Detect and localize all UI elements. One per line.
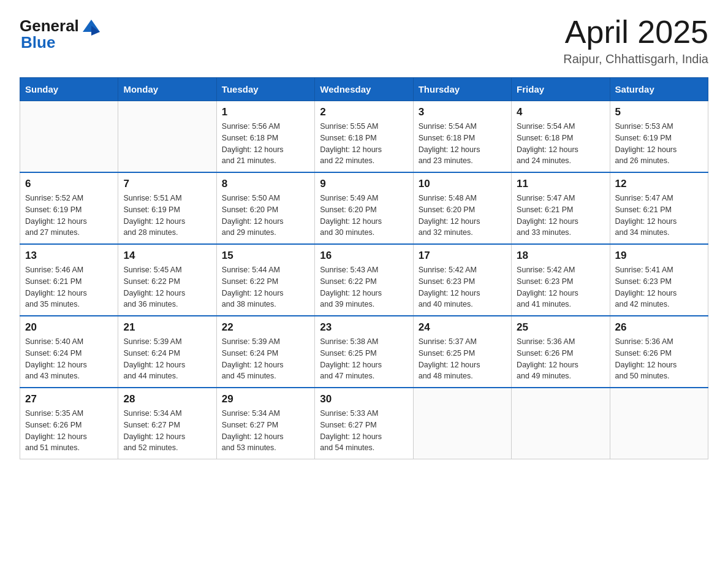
calendar-cell: 28Sunrise: 5:34 AMSunset: 6:27 PMDayligh…	[118, 388, 216, 459]
day-info: Sunrise: 5:44 AMSunset: 6:22 PMDaylight:…	[222, 264, 309, 310]
day-number: 29	[222, 393, 309, 405]
calendar-table: SundayMondayTuesdayWednesdayThursdayFrid…	[20, 77, 708, 459]
day-number: 3	[419, 106, 506, 118]
day-number: 7	[123, 178, 211, 190]
day-info: Sunrise: 5:48 AMSunset: 6:20 PMDaylight:…	[419, 193, 506, 239]
day-info: Sunrise: 5:34 AMSunset: 6:27 PMDaylight:…	[123, 408, 211, 454]
day-info: Sunrise: 5:47 AMSunset: 6:21 PMDaylight:…	[615, 193, 703, 239]
day-number: 20	[25, 321, 113, 334]
calendar-cell: 11Sunrise: 5:47 AMSunset: 6:21 PMDayligh…	[512, 172, 610, 244]
column-header-tuesday: Tuesday	[216, 78, 314, 101]
day-info: Sunrise: 5:39 AMSunset: 6:24 PMDaylight:…	[123, 336, 211, 382]
calendar-cell: 2Sunrise: 5:55 AMSunset: 6:18 PMDaylight…	[315, 101, 413, 173]
day-info: Sunrise: 5:50 AMSunset: 6:20 PMDaylight:…	[222, 193, 309, 239]
day-number: 1	[222, 106, 309, 118]
day-number: 8	[222, 178, 309, 190]
day-number: 22	[222, 321, 309, 334]
calendar-cell: 14Sunrise: 5:45 AMSunset: 6:22 PMDayligh…	[118, 244, 216, 316]
day-info: Sunrise: 5:34 AMSunset: 6:27 PMDaylight:…	[222, 408, 309, 454]
day-info: Sunrise: 5:45 AMSunset: 6:22 PMDaylight:…	[123, 264, 211, 310]
day-number: 28	[123, 393, 211, 405]
header-row: SundayMondayTuesdayWednesdayThursdayFrid…	[20, 78, 708, 101]
calendar-cell: 25Sunrise: 5:36 AMSunset: 6:26 PMDayligh…	[512, 316, 610, 388]
calendar-cell: 9Sunrise: 5:49 AMSunset: 6:20 PMDaylight…	[315, 172, 413, 244]
calendar-cell	[413, 388, 511, 459]
title-block: April 2025 Raipur, Chhattisgarh, India	[563, 15, 708, 66]
calendar-week-row: 20Sunrise: 5:40 AMSunset: 6:24 PMDayligh…	[20, 316, 708, 388]
calendar-cell: 27Sunrise: 5:35 AMSunset: 6:26 PMDayligh…	[20, 388, 118, 459]
day-info: Sunrise: 5:43 AMSunset: 6:22 PMDaylight:…	[320, 264, 408, 310]
column-header-monday: Monday	[118, 78, 216, 101]
calendar-cell: 3Sunrise: 5:54 AMSunset: 6:18 PMDaylight…	[413, 101, 511, 173]
calendar-cell: 5Sunrise: 5:53 AMSunset: 6:19 PMDaylight…	[610, 101, 708, 173]
day-info: Sunrise: 5:53 AMSunset: 6:19 PMDaylight:…	[615, 121, 703, 167]
calendar-cell: 17Sunrise: 5:42 AMSunset: 6:23 PMDayligh…	[413, 244, 511, 316]
day-info: Sunrise: 5:33 AMSunset: 6:27 PMDaylight:…	[320, 408, 408, 454]
location-subtitle: Raipur, Chhattisgarh, India	[563, 52, 708, 66]
calendar-cell: 22Sunrise: 5:39 AMSunset: 6:24 PMDayligh…	[216, 316, 314, 388]
day-number: 26	[615, 321, 703, 334]
calendar-cell: 4Sunrise: 5:54 AMSunset: 6:18 PMDaylight…	[512, 101, 610, 173]
logo-text-general: General	[20, 17, 79, 36]
calendar-body: 1Sunrise: 5:56 AMSunset: 6:18 PMDaylight…	[20, 101, 708, 459]
day-number: 19	[615, 250, 703, 262]
calendar-header: SundayMondayTuesdayWednesdayThursdayFrid…	[20, 78, 708, 101]
day-info: Sunrise: 5:35 AMSunset: 6:26 PMDaylight:…	[25, 408, 113, 454]
logo-text-blue: Blue	[21, 33, 55, 52]
column-header-saturday: Saturday	[610, 78, 708, 101]
calendar-cell: 21Sunrise: 5:39 AMSunset: 6:24 PMDayligh…	[118, 316, 216, 388]
day-number: 27	[25, 393, 113, 405]
day-number: 6	[25, 178, 113, 190]
calendar-cell: 23Sunrise: 5:38 AMSunset: 6:25 PMDayligh…	[315, 316, 413, 388]
day-number: 16	[320, 250, 408, 262]
day-info: Sunrise: 5:36 AMSunset: 6:26 PMDaylight:…	[615, 336, 703, 382]
day-info: Sunrise: 5:52 AMSunset: 6:19 PMDaylight:…	[25, 193, 113, 239]
day-info: Sunrise: 5:37 AMSunset: 6:25 PMDaylight:…	[419, 336, 506, 382]
calendar-week-row: 6Sunrise: 5:52 AMSunset: 6:19 PMDaylight…	[20, 172, 708, 244]
day-number: 2	[320, 106, 408, 118]
day-number: 24	[419, 321, 506, 334]
day-info: Sunrise: 5:51 AMSunset: 6:19 PMDaylight:…	[123, 193, 211, 239]
calendar-week-row: 13Sunrise: 5:46 AMSunset: 6:21 PMDayligh…	[20, 244, 708, 316]
column-header-wednesday: Wednesday	[315, 78, 413, 101]
day-info: Sunrise: 5:42 AMSunset: 6:23 PMDaylight:…	[419, 264, 506, 310]
day-info: Sunrise: 5:47 AMSunset: 6:21 PMDaylight:…	[517, 193, 604, 239]
page-header: General Blue April 2025 Raipur, Chhattis…	[20, 15, 708, 66]
calendar-week-row: 1Sunrise: 5:56 AMSunset: 6:18 PMDaylight…	[20, 101, 708, 173]
column-header-sunday: Sunday	[20, 78, 118, 101]
day-number: 9	[320, 178, 408, 190]
calendar-cell	[512, 388, 610, 459]
day-info: Sunrise: 5:42 AMSunset: 6:23 PMDaylight:…	[517, 264, 604, 310]
calendar-cell: 7Sunrise: 5:51 AMSunset: 6:19 PMDaylight…	[118, 172, 216, 244]
calendar-cell: 16Sunrise: 5:43 AMSunset: 6:22 PMDayligh…	[315, 244, 413, 316]
day-number: 23	[320, 321, 408, 334]
day-number: 12	[615, 178, 703, 190]
calendar-cell: 13Sunrise: 5:46 AMSunset: 6:21 PMDayligh…	[20, 244, 118, 316]
day-info: Sunrise: 5:36 AMSunset: 6:26 PMDaylight:…	[517, 336, 604, 382]
calendar-week-row: 27Sunrise: 5:35 AMSunset: 6:26 PMDayligh…	[20, 388, 708, 459]
day-number: 21	[123, 321, 211, 334]
day-info: Sunrise: 5:39 AMSunset: 6:24 PMDaylight:…	[222, 336, 309, 382]
day-number: 14	[123, 250, 211, 262]
calendar-cell: 19Sunrise: 5:41 AMSunset: 6:23 PMDayligh…	[610, 244, 708, 316]
column-header-friday: Friday	[512, 78, 610, 101]
day-number: 17	[419, 250, 506, 262]
month-year-title: April 2025	[563, 15, 708, 50]
day-number: 13	[25, 250, 113, 262]
day-info: Sunrise: 5:46 AMSunset: 6:21 PMDaylight:…	[25, 264, 113, 310]
calendar-cell: 8Sunrise: 5:50 AMSunset: 6:20 PMDaylight…	[216, 172, 314, 244]
calendar-cell	[20, 101, 118, 173]
calendar-cell: 10Sunrise: 5:48 AMSunset: 6:20 PMDayligh…	[413, 172, 511, 244]
day-number: 4	[517, 106, 604, 118]
day-number: 30	[320, 393, 408, 405]
day-info: Sunrise: 5:40 AMSunset: 6:24 PMDaylight:…	[25, 336, 113, 382]
calendar-cell	[610, 388, 708, 459]
calendar-cell: 24Sunrise: 5:37 AMSunset: 6:25 PMDayligh…	[413, 316, 511, 388]
day-number: 11	[517, 178, 604, 190]
calendar-cell: 30Sunrise: 5:33 AMSunset: 6:27 PMDayligh…	[315, 388, 413, 459]
logo-icon	[80, 15, 102, 37]
calendar-cell: 20Sunrise: 5:40 AMSunset: 6:24 PMDayligh…	[20, 316, 118, 388]
day-number: 10	[419, 178, 506, 190]
calendar-cell: 26Sunrise: 5:36 AMSunset: 6:26 PMDayligh…	[610, 316, 708, 388]
calendar-cell: 12Sunrise: 5:47 AMSunset: 6:21 PMDayligh…	[610, 172, 708, 244]
